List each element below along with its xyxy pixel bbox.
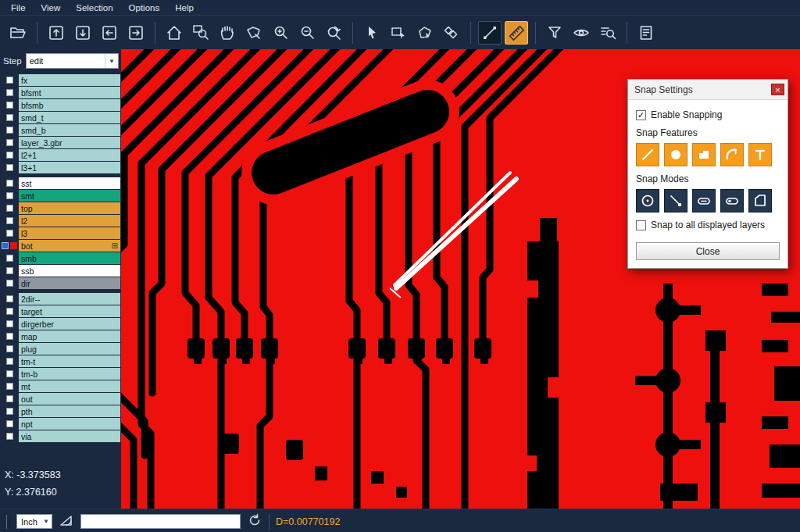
- zoom-area-button[interactable]: [242, 21, 266, 45]
- dialog-title-bar[interactable]: Snap Settings ×: [628, 80, 788, 100]
- layer-name[interactable]: l2: [19, 215, 120, 227]
- layer-name[interactable]: l3+1: [19, 162, 120, 173]
- layer-visibility-checkbox[interactable]: [6, 217, 13, 224]
- layer-row-smd_t[interactable]: smd_t: [0, 112, 121, 123]
- close-icon[interactable]: ×: [771, 84, 784, 95]
- layer-name[interactable]: plug: [19, 343, 120, 355]
- layer-visibility-checkbox[interactable]: [6, 333, 13, 340]
- layer-name[interactable]: pth: [19, 405, 120, 417]
- layer-name[interactable]: tm-b: [19, 368, 120, 380]
- layer-row-bot[interactable]: bot⊞: [0, 240, 121, 252]
- layer-name[interactable]: out: [19, 393, 120, 405]
- layer-visibility-checkbox[interactable]: [6, 433, 13, 440]
- layer-row-ssb[interactable]: ssb: [0, 265, 121, 277]
- layer-row-dir[interactable]: dir: [0, 277, 121, 289]
- layer-visibility-checkbox[interactable]: [6, 164, 13, 171]
- layer-name[interactable]: bot⊞: [19, 240, 120, 252]
- select-polygon-button[interactable]: [413, 21, 437, 45]
- draw-line-button[interactable]: [478, 21, 502, 45]
- layer-row-tm-b[interactable]: tm-b: [0, 368, 121, 380]
- layer-visibility-checkbox[interactable]: [6, 89, 13, 96]
- snap-feature-surface-button[interactable]: [692, 143, 716, 166]
- menu-selection[interactable]: Selection: [68, 3, 120, 12]
- select-stack-button[interactable]: [440, 21, 463, 45]
- layer-name[interactable]: bfsmb: [19, 99, 120, 111]
- layer-row-via[interactable]: via: [0, 430, 121, 442]
- layer-row-smd_b[interactable]: smd_b: [0, 124, 121, 136]
- zoom-previous-button[interactable]: [322, 21, 345, 45]
- layer-row-bfsmt[interactable]: bfsmt: [0, 87, 121, 98]
- layer-row-top[interactable]: top: [0, 202, 121, 214]
- menu-options[interactable]: Options: [121, 3, 168, 12]
- layer-name[interactable]: smd_t: [19, 112, 120, 123]
- layer-visibility-checkbox[interactable]: [6, 114, 13, 121]
- layer-visibility-checkbox[interactable]: [6, 280, 13, 287]
- filter-button[interactable]: [543, 21, 566, 45]
- layer-name[interactable]: tm-t: [19, 355, 120, 367]
- layer-row-out[interactable]: out: [0, 393, 121, 405]
- layer-name[interactable]: npt: [19, 418, 120, 430]
- snap-all-layers-checkbox-row[interactable]: Snap to all displayed layers: [636, 220, 780, 230]
- layer-name[interactable]: smt: [19, 190, 120, 202]
- layer-row-sst[interactable]: sst: [0, 177, 121, 189]
- layer-visibility-checkbox[interactable]: [6, 255, 13, 262]
- home-view-button[interactable]: [162, 21, 186, 45]
- snap-feature-line-button[interactable]: [636, 143, 659, 166]
- pan-button[interactable]: [216, 21, 239, 45]
- view-options-button[interactable]: [570, 21, 593, 45]
- layer-visibility-checkbox[interactable]: [6, 230, 13, 237]
- layer-row-2dir--[interactable]: 2dir--: [0, 293, 121, 305]
- layer-visibility-checkbox[interactable]: [6, 320, 13, 327]
- layer-name[interactable]: fx: [19, 74, 120, 86]
- layer-visibility-checkbox[interactable]: [6, 420, 13, 427]
- layer-row-l3+1[interactable]: l3+1: [0, 162, 121, 173]
- layer-row-npt[interactable]: npt: [0, 418, 121, 430]
- layer-name[interactable]: dir: [19, 277, 120, 289]
- layer-name[interactable]: top: [19, 202, 120, 214]
- layer-row-map[interactable]: map: [0, 330, 121, 342]
- layer-row-mt[interactable]: mt: [0, 380, 121, 392]
- menu-file[interactable]: File: [3, 3, 34, 12]
- export-bottom-button[interactable]: [71, 21, 95, 45]
- checkbox-unchecked-icon[interactable]: [636, 220, 646, 230]
- layer-visibility-checkbox[interactable]: [6, 267, 13, 274]
- step-combobox[interactable]: edit ▼: [26, 53, 119, 69]
- layer-row-l3[interactable]: l3: [0, 227, 121, 239]
- measure-snap-button[interactable]: [505, 21, 528, 45]
- layer-visibility-checkbox[interactable]: [6, 345, 13, 352]
- layer-name[interactable]: smb: [19, 252, 120, 264]
- select-cursor-button[interactable]: [360, 21, 384, 45]
- layer-row-l2[interactable]: l2: [0, 215, 121, 227]
- find-button[interactable]: [596, 21, 620, 45]
- snap-mode-slot-end-button[interactable]: [720, 189, 744, 212]
- snap-mode-slot-center-button[interactable]: [692, 189, 716, 212]
- dialog-close-button[interactable]: Close: [636, 242, 780, 260]
- report-button[interactable]: [634, 21, 658, 45]
- layer-visibility-checkbox[interactable]: [6, 180, 13, 187]
- layer-name[interactable]: l2+1: [19, 149, 120, 161]
- layer-visibility-checkbox[interactable]: [6, 395, 13, 402]
- layer-name[interactable]: sst: [19, 177, 120, 189]
- snap-feature-text-button[interactable]: [748, 143, 772, 166]
- zoom-in-button[interactable]: [269, 21, 292, 45]
- snap-mode-endpoint-button[interactable]: [664, 189, 688, 212]
- layer-visibility-checkbox[interactable]: [6, 152, 13, 159]
- snap-mode-center-button[interactable]: [636, 189, 659, 212]
- layer-name[interactable]: layer_3.gbr: [19, 137, 120, 148]
- menu-view[interactable]: View: [34, 3, 69, 12]
- zoom-window-button[interactable]: [189, 21, 212, 45]
- layer-name[interactable]: mt: [19, 380, 120, 392]
- layer-row-bfsmb[interactable]: bfsmb: [0, 99, 121, 111]
- layer-name[interactable]: 2dir--: [19, 293, 120, 305]
- snap-feature-pad-button[interactable]: [664, 143, 688, 166]
- snap-mode-outline-button[interactable]: [748, 189, 772, 212]
- layer-visibility-checkbox[interactable]: [6, 383, 13, 390]
- layer-name[interactable]: ssb: [19, 265, 120, 277]
- layer-row-pth[interactable]: pth: [0, 405, 121, 417]
- layer-visibility-checkbox[interactable]: [6, 102, 13, 109]
- layer-row-l2+1[interactable]: l2+1: [0, 149, 121, 161]
- layer-row-layer_3.gbr[interactable]: layer_3.gbr: [0, 137, 121, 148]
- chevron-down-icon[interactable]: ▼: [105, 54, 118, 68]
- layer-row-fx[interactable]: fx: [0, 74, 121, 86]
- layer-name[interactable]: bfsmt: [19, 87, 120, 98]
